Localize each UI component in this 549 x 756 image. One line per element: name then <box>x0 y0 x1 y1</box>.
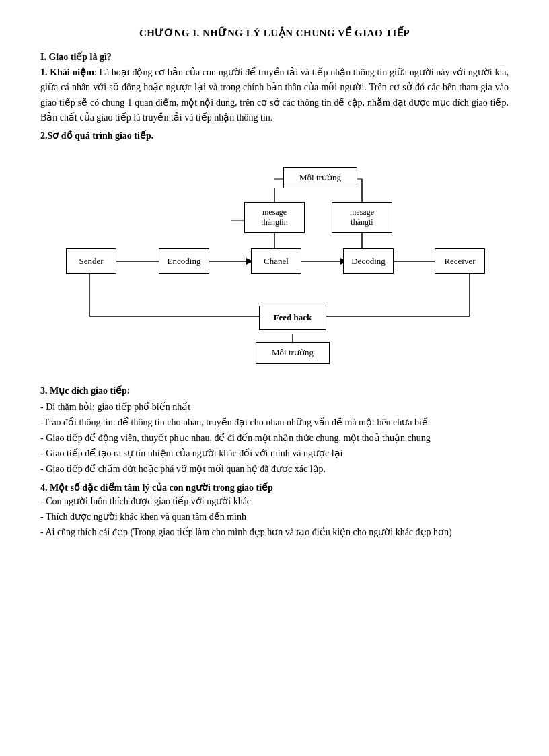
diagram-inner: Môi trường mesagethàngtin mesagethàngti … <box>59 153 490 369</box>
section3-item: - Giao tiếp để chấm dứt hoặc phá vỡ một … <box>40 461 509 477</box>
decoding-box: Decoding <box>343 248 394 274</box>
sodo-heading: 2.Sơ đồ quá trình giao tiếp. <box>40 130 509 141</box>
khainiem-paragraph: 1. Khái niệm: Là hoạt động cơ bản của co… <box>40 65 509 126</box>
moitruong-top-box: Môi trường <box>283 167 357 188</box>
section3-item: - Giao tiếp để tạo ra sự tín nhiệm của n… <box>40 446 509 461</box>
section4-item: - Thích được người khác khen và quan tâm… <box>40 509 509 524</box>
section3-item: - Giao tiếp để động viên, thuyết phục nh… <box>40 430 509 446</box>
moitruong-bottom-box: Môi trường <box>256 342 330 364</box>
encoding-box: Encoding <box>159 248 209 274</box>
khainiem-text: : Là hoạt động cơ bản của con người để t… <box>40 67 509 123</box>
section3-heading: 3. Mục đích giao tiếp: <box>40 385 509 397</box>
mesage-left-box: mesagethàngtin <box>244 202 305 233</box>
section1-heading: I. Giao tiếp là gì? <box>40 51 509 63</box>
sender-box: Sender <box>66 248 116 274</box>
mesage-right-box: mesagethàngti <box>332 202 392 233</box>
section4-block: 4. Một số đặc điểm tâm lý của con người … <box>40 482 509 540</box>
section4-heading: 4. Một số đặc điểm tâm lý của con người … <box>40 482 509 493</box>
section3-item: - Đi thăm hỏi: giao tiếp phổ biến nhất <box>40 399 509 415</box>
section4-items: - Con người luôn thích được giao tiếp vớ… <box>40 493 509 540</box>
section3-items: - Đi thăm hỏi: giao tiếp phổ biến nhất-T… <box>40 399 509 477</box>
receiver-box: Receiver <box>435 248 485 274</box>
section3-block: 3. Mục đích giao tiếp: - Đi thăm hỏi: gi… <box>40 385 509 477</box>
section4-item: - Con người luôn thích được giao tiếp vớ… <box>40 493 509 509</box>
diagram-container: Môi trường mesagethàngtin mesagethàngti … <box>40 153 509 369</box>
page-title: CHƯƠNG I. NHỮNG LÝ LUẬN CHUNG VỀ GIAO TI… <box>40 27 509 39</box>
feedback-box: Feed back <box>259 306 326 330</box>
chanel-box: Chanel <box>251 248 301 274</box>
khainiem-label: 1. Khái niệm <box>40 67 94 77</box>
section4-item: - Ai cũng thích cái đẹp (Trong giao tiếp… <box>40 524 509 540</box>
section3-item: -Trao đổi thông tin: để thông tin cho nh… <box>40 415 509 430</box>
